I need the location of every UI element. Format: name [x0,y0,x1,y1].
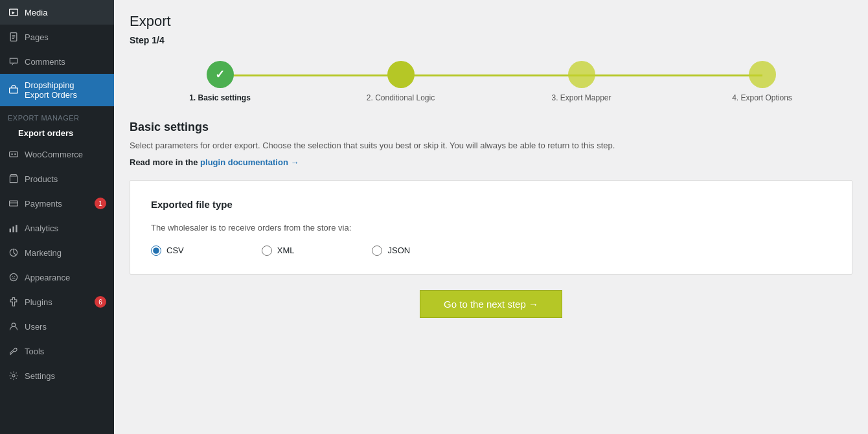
svg-rect-10 [10,201,18,206]
radio-json[interactable] [372,246,382,256]
export-manager-label: Export Manager [0,106,114,124]
sidebar-item-marketing[interactable]: Marketing [0,240,114,265]
page-title: Export [130,13,852,30]
sidebar-label-tools: Tools [25,347,44,356]
payments-badge: 1 [95,198,106,209]
stepper: ✓ 1. Basic settings 2. Conditional Logic… [130,61,852,102]
step-2-label: 2. Conditional Logic [367,93,435,102]
radio-json-label: JSON [387,246,410,255]
radio-csv-label: CSV [166,246,184,255]
sidebar-label-users: Users [25,322,47,332]
svg-point-17 [12,276,14,277]
main-content: Export Step 1/4 ✓ 1. Basic settings 2. C… [114,0,868,434]
step-3-connector [582,74,762,76]
sidebar-item-appearance[interactable]: Appearance [0,265,114,290]
plugins-badge: 6 [95,296,106,308]
radio-xml-label: XML [277,246,295,255]
step-1-connector [220,74,401,76]
sidebar-item-media[interactable]: Media [0,0,114,25]
section-title: Basic settings [130,120,852,134]
sidebar-label-dropshipping: DropshippingExport Orders [25,80,77,100]
sidebar-item-payments[interactable]: Payments 1 [0,191,114,216]
step-3: 3. Export Mapper [491,61,672,102]
radio-option-xml[interactable]: XML [262,246,295,256]
sidebar-label-comments: Comments [25,57,65,67]
sidebar-label-settings: Settings [25,371,55,381]
pages-icon [8,31,19,43]
products-icon [8,173,19,185]
file-type-card: Exported file type The wholesaler is to … [130,180,852,275]
sidebar-label-analytics: Analytics [25,223,58,233]
svg-rect-6 [10,152,18,157]
sidebar-label-woocommerce: WooCommerce [25,150,83,159]
svg-rect-14 [16,225,17,232]
sidebar-label-media: Media [25,8,47,17]
step-1-label: 1. Basic settings [189,93,251,102]
svg-point-16 [10,273,17,280]
radio-xml[interactable] [262,246,272,256]
section-description: Select parameters for order export. Choo… [130,139,852,152]
svg-rect-13 [12,227,14,233]
card-subtitle: The wholesaler is to receive orders from… [151,223,831,233]
sidebar-item-users[interactable]: Users [0,314,114,339]
sidebar-label-pages: Pages [25,32,49,42]
sidebar-item-comments[interactable]: Comments [0,49,114,74]
sidebar-item-woocommerce[interactable]: WooCommerce [0,142,114,166]
payments-icon [8,198,19,209]
svg-point-8 [14,154,16,155]
sidebar-subitem-export-orders[interactable]: Export orders [0,124,114,142]
sidebar-label-marketing: Marketing [25,248,62,258]
woocommerce-icon [8,148,19,160]
marketing-icon [8,247,19,258]
step-3-circle [568,61,595,88]
users-icon [8,321,19,332]
sidebar-label-payments: Payments [25,199,62,209]
sidebar-item-tools[interactable]: Tools [0,339,114,363]
radio-option-json[interactable]: JSON [372,246,410,256]
settings-icon [8,370,19,382]
radio-option-csv[interactable]: CSV [151,246,184,256]
radio-csv[interactable] [151,246,161,256]
comments-icon [8,56,19,67]
svg-rect-12 [10,229,11,233]
sidebar-label-products: Products [25,174,58,184]
sidebar-item-dropshipping[interactable]: DropshippingExport Orders [0,74,114,106]
next-step-button[interactable]: Go to the next step → [420,290,562,318]
file-type-radio-group: CSV XML JSON [151,246,831,256]
svg-point-20 [12,374,15,377]
step-1-circle: ✓ [207,61,234,88]
step-2-circle [387,61,415,88]
analytics-icon [8,222,19,234]
card-title: Exported file type [151,199,831,210]
plugin-doc-link[interactable]: plugin documentation → [200,157,299,167]
sidebar-label-plugins: Plugins [25,297,52,307]
step-4-label: 4. Export Options [732,93,792,102]
step-1: ✓ 1. Basic settings [130,61,310,102]
sidebar-item-pages[interactable]: Pages [0,25,114,49]
sidebar-item-analytics[interactable]: Analytics [0,216,114,240]
step-2: 2. Conditional Logic [310,61,491,102]
dropshipping-icon [8,84,19,96]
step-3-label: 3. Export Mapper [551,93,611,102]
svg-point-18 [14,276,16,277]
sidebar: Media Pages Comments DropshippingExport … [0,0,114,434]
media-icon [8,6,19,18]
step-4-circle [749,61,776,88]
step-2-connector [401,74,582,76]
appearance-icon [8,271,19,283]
sidebar-item-plugins[interactable]: Plugins 6 [0,290,114,314]
tools-icon [8,345,19,357]
step-4: 4. Export Options [672,61,852,102]
step-indicator: Step 1/4 [130,35,852,45]
sidebar-label-appearance: Appearance [25,273,70,282]
svg-point-7 [11,154,12,155]
sidebar-item-settings[interactable]: Settings [0,363,114,388]
sidebar-item-products[interactable]: Products [0,166,114,191]
svg-rect-5 [10,88,18,93]
read-more-text: Read more in the plugin documentation → [130,157,852,167]
plugins-icon [8,296,19,308]
